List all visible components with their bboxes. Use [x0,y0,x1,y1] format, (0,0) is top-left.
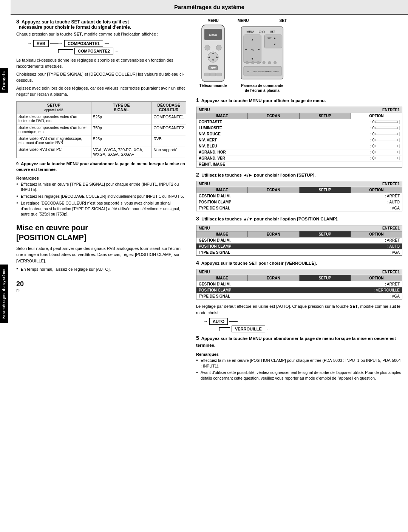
remarque-item-2: Effectuez les réglages [DÉCODAGE COULEUR… [16,194,186,199]
remote-panel-area: MENU MENU [196,19,402,93]
menu-box-1-header: MENU ENTRÉE1 [196,107,402,113]
verrouillee-box: VERROUILLÉ [232,326,265,332]
table-cell-type-1: 525p [91,113,151,124]
tab-ecran-1: ECRAN [248,113,299,119]
tab-option-2: OPTION [351,187,402,193]
menu-row-contraste: CONTRASTE : 0 | [196,119,402,125]
page-number: 20 [16,280,24,288]
remote-diagram: MENU MENU [196,19,230,88]
tab-image-3: IMAGE [196,231,248,237]
rvb-box: RVB [33,40,49,47]
svg-text:SET: SET [267,37,272,39]
menu-row-type-signal-2: TYPE DE SIGNAL : VGA [196,205,402,211]
menu-row-gestion-3: GESTION D'ALIM. : ARRÊT [196,237,402,244]
remarques-list-left: Effectuez la mise en œuvre [TYPE DE SIGN… [16,181,186,217]
mise-en-oeuvre-title: Mise en œuvre pour [POSITION CLAMP] [16,223,186,242]
page-sub: Fr [16,289,20,293]
step-8-desc1: Le tableau ci-dessous donne les réglages… [16,57,186,70]
menu-box-4: MENU ENTRÉE1 IMAGE ECRAN SETUP OPTION GE… [196,269,402,299]
sidebar-francais-label: Français [0,68,8,93]
step-9-section: 9 Appuyez sur la touche MENU pour abando… [16,161,186,173]
table-header-decodage: DÉCODAGECOULEUR [151,102,186,113]
tab-option-3: OPTION [351,231,402,237]
menu-row-position-2: POSITION CLAMP : AUTO [196,199,402,205]
menu-box-1-tabs: IMAGE ECRAN SETUP OPTION [196,113,402,119]
menu-row-gestion-2: GESTION D'ALIM. : ARRÊT [196,193,402,199]
step-2-header: 2 Utilisez les touches ◄/► pour choisir … [196,171,402,179]
menu-row-gestion-4: GESTION D'ALIM. : ARRÊT [196,281,402,287]
menu-label-remote: MENU [207,19,218,23]
composante2-box: COMPOSANTE2 [74,48,113,54]
step-3-header: 3 Utilisez les touches ▲/▼ pour choisir … [196,215,402,223]
tab-option-4: OPTION [351,275,402,281]
tab-image-2: IMAGE [196,187,248,193]
svg-text:SET: SET [246,70,250,73]
step-8-title: 8 Appuyez sur la touche SET autant de fo… [16,19,186,30]
svg-text:►: ► [258,48,260,51]
left-sidebar: Français Paramétrages du système [0,0,11,532]
svg-point-42 [274,61,276,64]
remarque-item-3: Le réglage [DÉCODAGE COULEUR] n'est pas … [16,200,186,217]
table-cell-type-2: 750p [91,124,151,135]
table-cell-type-3: 525p [91,135,151,146]
svg-text:▼: ▼ [212,59,215,62]
right-column: MENU MENU [192,19,408,532]
step-8-desc2: Choisissez pour [TYPE DE SIGNAL] et [DÉC… [16,71,186,84]
step-8-title-line1: Appuyez sur la touche SET autant de fois… [22,19,129,25]
menu-row-niv-rouge: NIV. ROUGE : 0 | [196,131,402,137]
left-column: 8 Appuyez sur la touche SET autant de fo… [11,19,192,532]
menu-box-1-entree-label: ENTRÉE1 [380,107,402,113]
svg-point-39 [257,61,260,64]
menu-row-position-3-highlighted: POSITION CLAMP : AUTO [196,244,402,250]
table-cell-appareil-1: Sortie des composantes vidéo d'un lecteu… [17,113,91,124]
menu-row-reinit: RÉINIT. IMAGE [196,161,402,167]
step-1-section: 1 Appuyez sur la touche MENU pour affich… [196,97,402,168]
svg-rect-13 [210,73,216,76]
step-8-body1: Chaque pression sur la touche SET, modif… [16,31,186,37]
tab-setup-3: SETUP [300,231,351,237]
menu-row-niv-vert: NIV. VERT : 0 | [196,137,402,143]
svg-text:A/V: A/V [251,49,254,51]
svg-point-4 [216,45,221,50]
step-4-section: 4 Appuyez sur la touche SET pour choisir… [196,259,402,300]
svg-text:MENU: MENU [209,34,217,37]
table-cell-appareil-4: Sortie vidéo RVB d'un PC [17,146,91,158]
menu-row-type-signal-3: TYPE DE SIGNAL : VGA [196,250,402,255]
table-cell-type-4: VGA, WVGA, 720-PC, XGA, WXGA, SXGA, SXGA… [91,146,151,158]
remarque-right-item-2: Avant d'utiliser cette possibilité, véri… [196,370,402,381]
table-header-type: TYPE DESIGNAL [91,102,151,113]
panel-svg: MENU ◯ ◯ SET ▲ ▼ ◄ ► A/V [240,23,285,83]
svg-text:SUB: SUB [253,70,257,73]
step-8-number: 8 [16,19,19,25]
step-9-text: 9 Appuyez sur la touche MENU pour abando… [16,161,186,173]
svg-rect-14 [216,73,222,76]
menu-box-3-header: MENU ENTRÉE1 [196,225,402,231]
table-header-setup: SETUP Appareil relié [17,102,91,113]
svg-text:▲: ▲ [251,38,253,41]
tab-ecran-3: ECRAN [248,231,299,237]
auto-verr-diagram: → AUTO —— VERROUILLÉ ← [204,318,402,332]
auto-box: AUTO [209,318,228,325]
menu-box-3-tabs: IMAGE ECRAN SETUP OPTION [196,231,402,237]
menu-box-1: MENU ENTRÉE1 IMAGE ECRAN SETUP OPTION CO… [196,107,402,168]
step-2-section: 2 Utilisez les touches ◄/► pour choisir … [196,171,402,212]
mise-en-oeuvre-section: Mise en œuvre pour [POSITION CLAMP] Selo… [16,223,186,273]
tab-option-1: OPTION [351,113,402,119]
table-row: Sortie vidéo RVB d'un PC VGA, WVGA, 720-… [17,146,186,158]
table-header-appareil: Appareil relié [44,108,63,112]
step-5-header: 5 Appuyez sur la touche MENU pour abando… [196,335,402,348]
step-8-section: 8 Appuyez sur la touche SET autant de fo… [16,19,186,98]
menu-row-type-signal-4: TYPE DE SIGNAL : VGA [196,293,402,299]
step-3-section: 3 Utilisez les touches ▲/▼ pour choisir … [196,215,402,256]
svg-text:▲: ▲ [274,36,276,40]
svg-text:SHIFT: SHIFT [273,70,280,73]
table-row: Sortie vidéo RVB d'un magnétoscope, etc.… [17,135,186,146]
svg-text:◄: ◄ [244,48,247,51]
svg-text:►: ► [216,56,219,59]
setup-table: SETUP Appareil relié TYPE DESIGNAL DÉCOD… [16,101,186,158]
tab-ecran-2: ECRAN [248,187,299,193]
remarque-right-item-1: Effectuez la mise en œuvre [POSITION CLA… [196,358,402,369]
panel-label: Panneau de commandede l'écran à plasma [241,83,283,93]
svg-point-37 [246,61,249,64]
step-9-number: 9 [16,161,19,166]
